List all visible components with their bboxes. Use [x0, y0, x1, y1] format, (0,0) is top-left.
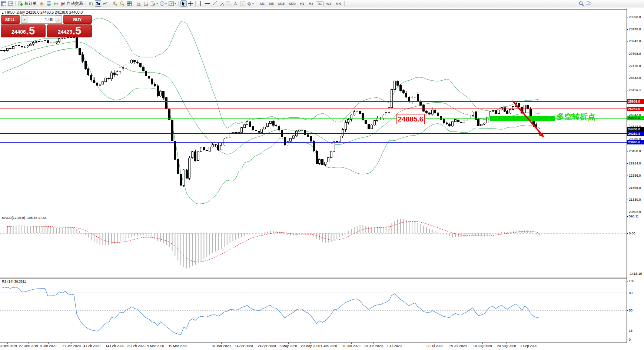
signals-button[interactable] [53, 0, 59, 7]
timeframe-button-M1[interactable]: M1 [258, 1, 267, 6]
line-chart-mode-button[interactable] [102, 0, 108, 7]
date-axis-label: 31 Mar 2020 [212, 344, 231, 348]
channel-tool-button[interactable]: E [219, 0, 225, 7]
sell-button[interactable]: SELL [1, 15, 20, 24]
pivot-zone-text[interactable]: 多空转折点 [557, 111, 595, 122]
bar-chart-mode-button[interactable] [88, 0, 94, 7]
pane-separator[interactable] [0, 277, 627, 279]
candle [316, 150, 318, 164]
candle [197, 151, 199, 162]
candle [139, 63, 141, 68]
volume-input[interactable] [27, 16, 56, 23]
buy-button[interactable]: BUY [63, 15, 92, 24]
candle [134, 60, 136, 64]
period-button[interactable]: ▼ [159, 0, 167, 7]
autotrading-label[interactable]: 自动交易 [67, 1, 83, 6]
buy-price-display[interactable]: 24423.5 [47, 24, 92, 37]
timeframe-button-MN[interactable]: MN [334, 1, 343, 6]
terminal-button[interactable] [46, 0, 52, 7]
search-button[interactable] [578, 0, 584, 7]
candle [36, 41, 37, 43]
candle [478, 119, 479, 126]
candle [512, 106, 514, 110]
pivot-zone-rectangle[interactable] [490, 116, 555, 121]
timeframe-button-M30[interactable]: M30 [287, 1, 298, 6]
timeframe-button-H4[interactable]: H4 [307, 1, 315, 6]
candle [437, 112, 439, 118]
date-axis-tick [221, 343, 222, 344]
dropdown-caret-icon: ▼ [165, 3, 167, 5]
macd-indicator-pane[interactable] [0, 216, 627, 276]
candle-chart-mode-button[interactable] [95, 0, 101, 7]
fibonacci-tool-button[interactable]: F [226, 0, 232, 7]
quotes-book-button[interactable] [39, 0, 45, 7]
chart-shift-button[interactable] [136, 0, 142, 7]
candle [30, 43, 31, 46]
text-label-tool-button[interactable]: T [240, 0, 246, 7]
fibonacci-icon: F [226, 1, 232, 6]
candle [125, 64, 127, 70]
candle [56, 41, 57, 44]
cursor-tool-button[interactable] [180, 0, 187, 7]
layout-panels-button[interactable] [0, 0, 7, 7]
date-axis-label: 11 Jun 2020 [342, 344, 361, 348]
template-button[interactable]: ▼ [168, 0, 177, 7]
crosshair-tool-button[interactable] [187, 0, 194, 7]
horizontal-line-tool-button[interactable] [205, 0, 211, 7]
candle [154, 82, 156, 87]
support-price-callout[interactable]: 24885.6 [396, 114, 425, 124]
new-order-label[interactable]: 新订单 [24, 1, 37, 6]
timeframe-button-W1[interactable]: W1 [324, 1, 333, 6]
date-axis-tick [329, 343, 329, 344]
candle [229, 130, 231, 139]
candle [434, 109, 436, 114]
macd-axis-label: 596.11 [629, 214, 639, 218]
candle [322, 159, 323, 166]
add-indicator-button[interactable]: ▼ [150, 0, 159, 7]
sell-price-display[interactable]: 24406.5 [1, 24, 46, 37]
candle [339, 135, 341, 143]
timeframe-button-M5[interactable]: M5 [267, 1, 276, 6]
candle [174, 140, 176, 160]
candle [27, 45, 29, 48]
chat-button[interactable] [585, 0, 592, 7]
timeframe-button-H1[interactable]: H1 [298, 1, 306, 6]
rsi-axis-label: 100 [629, 279, 634, 283]
tile-windows-button[interactable] [126, 0, 132, 7]
candle [498, 109, 500, 114]
candle [484, 123, 485, 125]
vertical-line-tool-button[interactable] [197, 0, 204, 7]
candle [481, 124, 482, 126]
date-axis-tick [394, 343, 394, 344]
candle [319, 159, 321, 165]
candle [472, 111, 474, 116]
rsi-axis-tick [627, 331, 628, 331]
main-price-chart[interactable] [0, 9, 627, 214]
collapse-trade-panel-icon[interactable]: ▲ [1, 11, 4, 14]
candle [359, 110, 361, 114]
candle [128, 63, 130, 65]
trendline-tool-button[interactable] [212, 0, 218, 7]
text-tool-button[interactable]: A [233, 0, 239, 7]
candle [249, 121, 251, 127]
candle [235, 131, 237, 135]
toolbar-separator [110, 1, 110, 6]
new-order-button[interactable] [17, 0, 24, 7]
shapes-tool-button[interactable]: ▼ [247, 0, 255, 7]
volume-decrease-button[interactable]: ▼ [21, 16, 27, 23]
market-watch-button[interactable] [7, 0, 14, 7]
candle [287, 141, 289, 145]
zoom-in-button[interactable] [112, 0, 118, 7]
vertical-line-icon [199, 1, 202, 6]
price-axis-tick [627, 29, 628, 30]
candle [507, 110, 508, 114]
timeframe-button-D1[interactable]: D1 [316, 1, 324, 6]
pane-separator[interactable] [0, 214, 627, 215]
rsi-indicator-pane[interactable] [0, 279, 627, 342]
auto-scroll-button[interactable] [143, 0, 149, 7]
candle [330, 151, 332, 159]
zoom-out-button[interactable] [119, 0, 125, 7]
timeframe-button-M15[interactable]: M15 [276, 1, 287, 6]
volume-increase-button[interactable]: ▲ [56, 16, 62, 23]
autotrading-button[interactable] [60, 0, 66, 7]
